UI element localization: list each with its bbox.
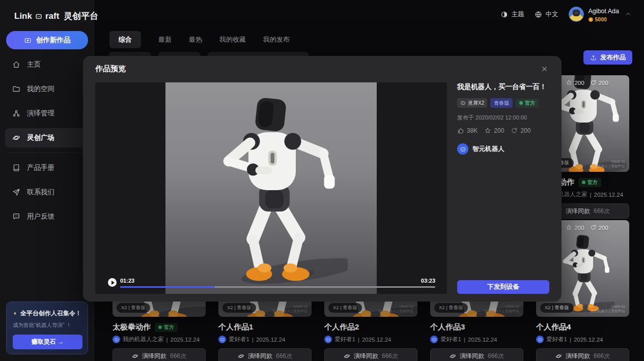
tab-favorites[interactable]: 我的收藏 bbox=[219, 31, 246, 48]
player-controls: 01:23 03:23 bbox=[95, 267, 447, 294]
preview-modal: 作品预览 01:23 03:23 我是机器人，买一台省一百！ bbox=[83, 56, 562, 302]
language-switcher[interactable]: 中文 bbox=[535, 10, 558, 19]
remix-button[interactable]: 演绎同款 666次 bbox=[218, 348, 312, 361]
close-button[interactable] bbox=[539, 64, 549, 74]
planet-icon bbox=[12, 134, 20, 142]
official-dot-icon bbox=[519, 101, 523, 105]
official-badge: 官方 bbox=[516, 99, 539, 108]
current-time: 01:23 bbox=[120, 278, 134, 284]
app-window: 主题 中文 Agibot Ada 5000 综合 最新 最热 我的收藏 我的发布 bbox=[0, 0, 644, 361]
planet-icon bbox=[555, 353, 562, 359]
sidebar-item-contact[interactable]: 联系我们 bbox=[5, 183, 89, 202]
card-author: 我的机器人之家 | 2025.12.24 bbox=[113, 336, 206, 343]
stars-stat[interactable]: 200 bbox=[484, 127, 504, 134]
coin-balance: 5000 bbox=[589, 16, 619, 22]
model-chip: X2 | 青春版 bbox=[434, 303, 468, 313]
remix-button[interactable]: 演绎同款 666次 bbox=[536, 348, 629, 361]
remix-button[interactable]: 演绎同款 666次 bbox=[324, 348, 417, 361]
brand-logo[interactable]: Linkraft 灵创平台 bbox=[14, 10, 98, 22]
work-title: 我是机器人，买一台省一百！ bbox=[457, 82, 549, 92]
watermark: made by智元机器人 | 灵创平台 bbox=[484, 304, 519, 313]
planet-icon bbox=[450, 353, 456, 359]
video-area[interactable] bbox=[165, 82, 377, 294]
planet-icon bbox=[132, 353, 138, 359]
modal-title: 作品预览 bbox=[95, 64, 126, 74]
author-avatar bbox=[457, 143, 468, 155]
model-badge: 灵犀X2 bbox=[457, 98, 487, 108]
progress-fill bbox=[120, 286, 215, 288]
theme-toggle[interactable]: 主题 bbox=[500, 10, 524, 19]
promo-title: 全平台创作人召集令！ bbox=[13, 309, 81, 318]
play-button[interactable] bbox=[108, 278, 117, 287]
create-work-button[interactable]: 创作新作品 bbox=[6, 31, 88, 49]
theme-icon bbox=[500, 11, 508, 18]
sidebar-item-performance[interactable]: 演绎管理 bbox=[5, 104, 89, 123]
author-avatar bbox=[113, 336, 120, 343]
like-icon bbox=[457, 127, 464, 134]
watermark: made by智元机器人 | 灵创平台 bbox=[590, 304, 625, 313]
official-badge: 官方 bbox=[155, 323, 178, 332]
theme-label: 主题 bbox=[512, 10, 524, 19]
publish-button[interactable]: 发布作品 bbox=[583, 50, 632, 65]
nodes-icon bbox=[12, 109, 20, 117]
card-title: 太极拳动作 bbox=[113, 322, 151, 332]
book-icon bbox=[12, 164, 20, 172]
send-icon bbox=[12, 188, 20, 196]
remix-button[interactable]: 演绎同款 666次 bbox=[113, 348, 206, 361]
video-player: 01:23 03:23 bbox=[95, 82, 447, 294]
share-icon bbox=[590, 79, 597, 86]
remix-button[interactable]: 演绎同款 666次 bbox=[430, 348, 523, 361]
card-author: 爱好者1 | 2025.12.24 bbox=[218, 336, 312, 343]
tab-newest[interactable]: 最新 bbox=[158, 31, 172, 48]
model-chip: X2 | 青春版 bbox=[328, 303, 362, 313]
model-chip: X2 | 青春版 bbox=[222, 303, 256, 313]
sidebar-item-home[interactable]: 主页 bbox=[5, 55, 89, 74]
watermark: made by智元机器人 | 灵创平台 bbox=[272, 304, 307, 313]
home-icon bbox=[12, 61, 20, 69]
likes-stat[interactable]: 38K bbox=[457, 127, 478, 134]
sidebar-item-plaza[interactable]: 灵创广场 bbox=[5, 128, 89, 147]
progress-bar[interactable] bbox=[120, 286, 435, 288]
sidebar-divider bbox=[7, 153, 87, 153]
official-badge: 官方 bbox=[578, 178, 601, 187]
bolt-icon bbox=[13, 310, 17, 317]
brand-name-cn: 灵创平台 bbox=[64, 10, 98, 22]
earn-gems-button[interactable]: 赚取灵石 → bbox=[13, 335, 82, 349]
sort-tabs: 综合 最新 最热 我的收藏 我的发布 bbox=[109, 31, 290, 48]
official-dot-icon bbox=[158, 325, 162, 329]
work-info-panel: 我是机器人，买一台省一百！ 灵犀X2 青春版 官方 发布于 2020/02/02… bbox=[457, 82, 549, 155]
planet-icon bbox=[344, 353, 350, 359]
sidebar-item-feedback[interactable]: 用户反馈 bbox=[5, 207, 89, 226]
tab-my-posts[interactable]: 我的发布 bbox=[263, 31, 290, 48]
send-to-device-button[interactable]: 下发到设备 bbox=[457, 280, 549, 294]
card-author: 爱好者1 | 2025.12.24 bbox=[324, 336, 417, 343]
tab-hottest[interactable]: 最热 bbox=[189, 31, 202, 48]
robot-face-icon bbox=[460, 100, 466, 106]
planet-icon bbox=[238, 353, 244, 359]
watermark: made by智元机器人 | 灵创平台 bbox=[590, 159, 625, 168]
user-name: Agibot Ada bbox=[589, 8, 619, 15]
watermark: made by智元机器人 | 灵创平台 bbox=[378, 304, 413, 313]
card-title: 个人作品4 bbox=[536, 322, 571, 332]
card-title: 个人作品2 bbox=[324, 322, 359, 332]
coin-icon bbox=[589, 17, 593, 22]
creator-promo-card: 全平台创作人召集令！ 成为首批“机器人导演” ！ 赚取灵石 → bbox=[6, 302, 88, 354]
sidebar-item-my-space[interactable]: 我的空间 bbox=[5, 79, 89, 99]
folder-icon bbox=[12, 85, 20, 93]
total-time: 03:23 bbox=[421, 278, 435, 284]
author-row[interactable]: 智元机器人 bbox=[457, 143, 549, 155]
card-author: 爱好者1 | 2025.12.24 bbox=[536, 336, 629, 343]
robot-face-icon bbox=[326, 337, 331, 342]
avatar bbox=[569, 7, 584, 22]
sidebar-item-manual[interactable]: 产品手册 bbox=[5, 158, 89, 177]
model-chip: X2 | 青春版 bbox=[540, 303, 574, 313]
user-menu[interactable]: Agibot Ada 5000 bbox=[569, 6, 632, 22]
robot-face-icon bbox=[220, 337, 225, 342]
tab-overall[interactable]: 综合 bbox=[109, 31, 141, 48]
robot-video bbox=[195, 94, 348, 285]
star-icon bbox=[566, 224, 572, 231]
share-icon bbox=[590, 224, 597, 231]
close-icon bbox=[541, 65, 548, 73]
chevron-up-icon[interactable] bbox=[625, 11, 632, 18]
shares-stat[interactable]: 200 bbox=[511, 127, 530, 134]
